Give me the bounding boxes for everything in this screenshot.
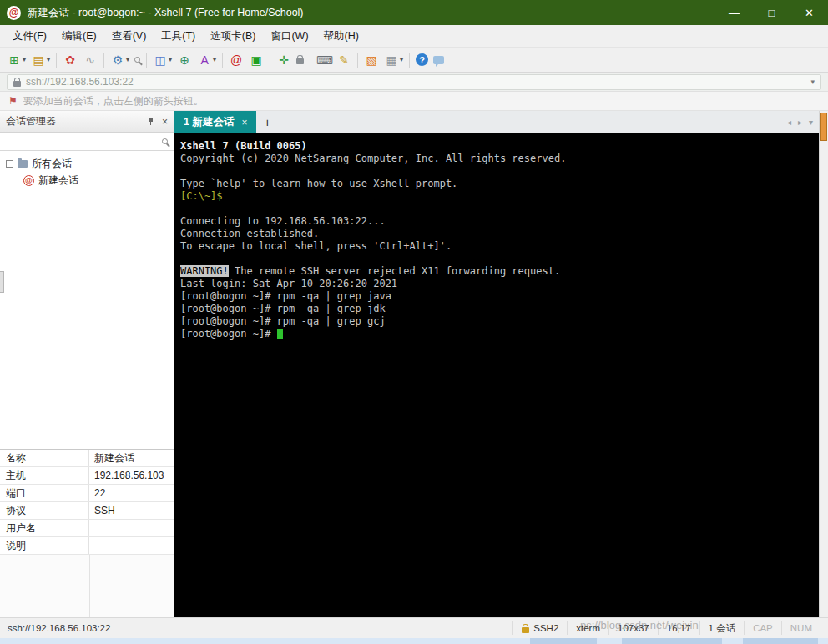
prop-label: 主机 bbox=[0, 467, 89, 484]
tab-scroll-right-icon[interactable]: ▸ bbox=[795, 111, 805, 133]
new-terminal-icon: ▧ bbox=[364, 53, 379, 68]
tab-new-session[interactable]: 1 新建会话 × bbox=[174, 111, 256, 133]
fullscreen-button[interactable]: ✛ bbox=[274, 50, 294, 70]
session-properties-button[interactable]: ⚙▾ bbox=[108, 50, 132, 70]
status-term-label: xterm bbox=[576, 623, 600, 633]
session-manager-header: 会话管理器 × bbox=[0, 111, 174, 133]
status-sessions-label: 1 会话 bbox=[709, 622, 736, 635]
address-input[interactable]: ssh://192.168.56.103:22 ▾ bbox=[7, 74, 821, 90]
menu-file[interactable]: 文件(F) bbox=[5, 25, 54, 48]
terminal-blank-line bbox=[180, 165, 819, 178]
highlight-button[interactable]: ✎ bbox=[334, 50, 354, 70]
desktop-strip bbox=[0, 638, 828, 644]
reconnect-icon: ✿ bbox=[63, 53, 78, 68]
prop-label: 协议 bbox=[0, 502, 89, 519]
menu-view[interactable]: 查看(V) bbox=[104, 25, 154, 48]
status-url: ssh://192.168.56.103:22 bbox=[8, 623, 110, 633]
new-session-button[interactable]: ⊞▾ bbox=[4, 50, 28, 70]
terminal-line: WARNING! The remote SSH server rejected … bbox=[180, 265, 819, 278]
terminal-prompt-line: [root@bogon ~]# bbox=[180, 328, 819, 340]
terminal-scrollbar[interactable] bbox=[819, 111, 828, 617]
panel-close-icon[interactable]: × bbox=[162, 116, 168, 128]
tab-menu-icon[interactable]: ▾ bbox=[805, 111, 816, 133]
status-cap-label: CAP bbox=[753, 623, 773, 633]
prop-value: 192.168.56.103 bbox=[89, 467, 174, 484]
terminal-blank-line bbox=[180, 253, 819, 265]
terminal-line: Connecting to 192.168.56.103:22... bbox=[180, 215, 819, 228]
session-search-input[interactable] bbox=[0, 133, 174, 151]
terminal-line: [root@bogon ~]# rpm -qa | grep java bbox=[180, 290, 819, 303]
table-row: 端口 22 bbox=[0, 485, 174, 502]
tab-bar: 1 新建会话 × + ◂ ▸ ▾ bbox=[174, 111, 828, 133]
terminal-cursor bbox=[277, 329, 283, 339]
window-title: 新建会话 - root@bogon:~ - Xshell 7 (Free for… bbox=[28, 6, 304, 20]
virtual-keyboard-button[interactable]: ⌨ bbox=[314, 50, 334, 70]
tree-item-all-sessions[interactable]: − 所有会话 bbox=[0, 155, 174, 172]
menu-window[interactable]: 窗口(W) bbox=[263, 25, 316, 48]
new-tab-button[interactable]: + bbox=[256, 111, 278, 133]
address-dropdown-icon[interactable]: ▾ bbox=[810, 78, 815, 86]
terminal-line: [root@bogon ~]# rpm -qa | grep jdk bbox=[180, 303, 819, 315]
table-row: 协议 SSH bbox=[0, 502, 174, 520]
tab-bar-spacer bbox=[278, 111, 783, 133]
search-icon bbox=[162, 138, 168, 144]
gear-icon: ⚙ bbox=[110, 53, 125, 68]
tab-scroll-left-icon[interactable]: ◂ bbox=[784, 111, 795, 133]
collapsed-pane-handle[interactable] bbox=[0, 271, 4, 293]
web-browser-button[interactable]: ⊕ bbox=[174, 50, 194, 70]
find-button[interactable] bbox=[132, 50, 143, 70]
terminal-line: Copyright (c) 2020 NetSarang Computer, I… bbox=[180, 153, 819, 165]
minimize-button[interactable]: — bbox=[715, 0, 753, 25]
terminal-line: Type `help' to learn how to use Xshell p… bbox=[180, 178, 819, 190]
lock-screen-button[interactable] bbox=[294, 50, 306, 70]
toolbar-separator bbox=[146, 53, 147, 68]
chat-bubble-icon bbox=[433, 56, 444, 64]
new-terminal-button[interactable]: ▧ bbox=[361, 50, 381, 70]
close-button[interactable]: ✕ bbox=[790, 0, 828, 25]
desktop-strip-segment bbox=[743, 638, 818, 644]
xshell-home-button[interactable]: @ bbox=[226, 50, 246, 70]
scrollbar-thumb[interactable] bbox=[820, 113, 827, 141]
tree-expander-icon[interactable]: − bbox=[6, 160, 13, 168]
window-controls: — □ ✕ bbox=[715, 0, 828, 25]
table-row: 名称 新建会话 bbox=[0, 450, 174, 467]
info-bar: ⚑ 要添加当前会话，点击左侧的箭头按钮。 bbox=[0, 92, 828, 111]
toolbar-separator bbox=[56, 53, 57, 68]
address-bar: ssh://192.168.56.103:22 ▾ bbox=[0, 73, 828, 92]
xftp-transfer-button[interactable]: ▣ bbox=[246, 50, 266, 70]
open-folder-icon: ▤ bbox=[31, 53, 46, 68]
status-terminal-type[interactable]: xterm bbox=[567, 621, 608, 635]
chat-button[interactable] bbox=[431, 50, 447, 70]
toolbar-separator bbox=[357, 53, 358, 68]
tree-item-new-session[interactable]: @ 新建会话 bbox=[0, 172, 174, 189]
layout-button[interactable]: ▦▾ bbox=[381, 50, 406, 70]
session-tree: − 所有会话 @ 新建会话 bbox=[0, 151, 174, 449]
terminal-line: [root@bogon ~]# rpm -qa | grep gcj bbox=[180, 315, 819, 328]
menu-help[interactable]: 帮助(H) bbox=[316, 25, 366, 48]
maximize-button[interactable]: □ bbox=[753, 0, 790, 25]
session-icon: @ bbox=[23, 175, 34, 186]
disconnect-button[interactable]: ∿ bbox=[80, 50, 100, 70]
pin-icon[interactable] bbox=[147, 118, 154, 126]
session-manager-title: 会话管理器 bbox=[6, 114, 56, 128]
menu-edit[interactable]: 编辑(E) bbox=[54, 25, 104, 48]
fullscreen-icon: ✛ bbox=[276, 53, 291, 68]
menu-tools[interactable]: 工具(T) bbox=[154, 25, 203, 48]
tree-label-all-sessions: 所有会话 bbox=[32, 157, 72, 171]
title-bar[interactable]: @ 新建会话 - root@bogon:~ - Xshell 7 (Free f… bbox=[0, 0, 828, 25]
session-properties-table: 名称 新建会话 主机 192.168.56.103 端口 22 协议 SSH 用… bbox=[0, 449, 174, 617]
prop-value: 22 bbox=[89, 485, 174, 501]
tab-close-icon[interactable]: × bbox=[241, 117, 247, 128]
compose-pane-button[interactable]: ◫▾ bbox=[150, 50, 174, 70]
prop-label: 名称 bbox=[0, 450, 89, 466]
open-session-button[interactable]: ▤▾ bbox=[28, 50, 53, 70]
reconnect-button[interactable]: ✿ bbox=[60, 50, 80, 70]
status-cursor-label: 16,17 bbox=[667, 623, 691, 633]
font-button[interactable]: A▾ bbox=[194, 50, 219, 70]
terminal[interactable]: Xshell 7 (Build 0065) Copyright (c) 2020… bbox=[174, 133, 819, 617]
desktop-strip-segment bbox=[622, 638, 722, 644]
compose-pane-icon: ◫ bbox=[153, 53, 168, 68]
menu-tab[interactable]: 选项卡(B) bbox=[203, 25, 263, 48]
help-button[interactable]: ? bbox=[413, 50, 431, 70]
status-size: 107x37 bbox=[608, 621, 658, 635]
